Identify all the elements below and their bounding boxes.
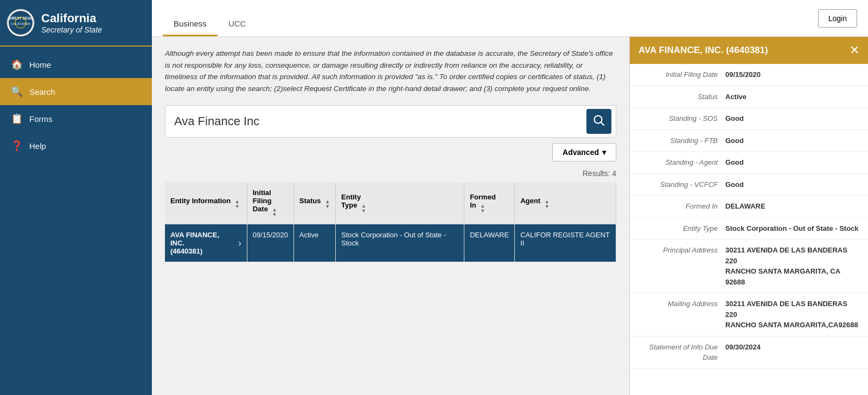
detail-header: AVA FINANCE, INC. (4640381) ✕ — [630, 37, 868, 64]
content-area: Although every attempt has been made to … — [152, 37, 868, 395]
detail-label-standing-sos: Standing - SOS — [639, 113, 725, 124]
sort-filing-icon: ▲▼ — [272, 208, 277, 217]
detail-value-standing-agent: Good — [725, 157, 859, 168]
advanced-row: Advanced ▾ — [165, 143, 616, 161]
row-arrow-icon: › — [238, 238, 241, 248]
advanced-button[interactable]: Advanced ▾ — [552, 143, 616, 161]
topbar: Business UCC Login — [152, 0, 868, 37]
detail-value-filing-date: 09/15/2020 — [725, 69, 859, 80]
sidebar-subtitle: Secretary of State — [41, 25, 102, 34]
search-btn-icon — [593, 114, 605, 129]
detail-close-button[interactable]: ✕ — [850, 44, 859, 56]
search-icon: 🔍 — [11, 86, 23, 98]
tab-ucc[interactable]: UCC — [218, 15, 257, 36]
cell-agent: CALIFOR REGISTE AGENT II — [515, 224, 616, 262]
detail-row-formed-in: Formed In DELAWARE — [630, 196, 868, 218]
sidebar-item-home-label: Home — [29, 60, 51, 69]
tab-business[interactable]: Business — [163, 15, 218, 36]
advanced-chevron-icon: ▾ — [602, 148, 606, 157]
sidebar: GREAT SEAL CALIFORNIA California Secreta… — [0, 0, 152, 395]
help-icon: ❓ — [11, 140, 23, 152]
detail-row-principal-address: Principal Address 30211 AVENIDA DE LAS B… — [630, 239, 868, 293]
login-button[interactable]: Login — [818, 9, 857, 28]
sort-status-icon: ▲▼ — [325, 199, 330, 209]
cell-entity: AVA FINANCE, INC.(4640381) › — [165, 224, 247, 262]
detail-value-entity-type: Stock Corporation - Out of State - Stock — [725, 223, 859, 234]
svg-text:CALIFORNIA: CALIFORNIA — [11, 22, 30, 25]
sidebar-item-help[interactable]: ❓ Help — [0, 132, 152, 159]
sidebar-header: GREAT SEAL CALIFORNIA California Secreta… — [0, 0, 152, 46]
detail-label-standing-agent: Standing - Agent — [639, 157, 725, 168]
col-agent[interactable]: Agent ▲▼ — [515, 182, 616, 224]
detail-value-standing-sos: Good — [725, 113, 859, 124]
cell-entity-type: Stock Corporation - Out of State - Stock — [336, 224, 464, 262]
sidebar-title-block: California Secretary of State — [41, 11, 102, 34]
results-table: Entity Information ▲▼ InitialFilingDate … — [165, 182, 616, 262]
search-button[interactable] — [586, 109, 611, 134]
detail-label-standing-vcfcf: Standing - VCFCF — [639, 179, 725, 190]
detail-row-status: Status Active — [630, 86, 868, 108]
sort-entity-type-icon: ▲▼ — [361, 204, 366, 213]
detail-value-principal-address: 30211 AVENIDA DE LAS BANDERAS 220RANCHO … — [725, 245, 859, 287]
sort-agent-icon: ▲▼ — [545, 199, 550, 209]
disclaimer-text: Although every attempt has been made to … — [165, 48, 616, 94]
detail-label-principal-address: Principal Address — [639, 245, 725, 256]
col-status[interactable]: Status ▲▼ — [293, 182, 335, 224]
col-entity-type[interactable]: EntityType ▲▼ — [336, 182, 464, 224]
table-body: AVA FINANCE, INC.(4640381) › 09/15/2020 … — [165, 224, 616, 262]
detail-row-standing-agent: Standing - Agent Good — [630, 152, 868, 174]
detail-label-entity-type: Entity Type — [639, 223, 725, 234]
search-panel: Although every attempt has been made to … — [152, 37, 629, 395]
detail-value-mailing-address: 30211 AVENIDA DE LAS BANDERAS 220RANCHO … — [725, 299, 859, 331]
entity-cell: AVA FINANCE, INC.(4640381) › — [170, 231, 241, 255]
detail-panel: AVA FINANCE, INC. (4640381) ✕ Initial Fi… — [629, 37, 868, 395]
detail-row-mailing-address: Mailing Address 30211 AVENIDA DE LAS BAN… — [630, 293, 868, 336]
detail-row-stmt-due: Statement of Info Due Date 09/30/2024 — [630, 336, 868, 369]
detail-row-standing-vcfcf: Standing - VCFCF Good — [630, 174, 868, 196]
detail-value-status: Active — [725, 92, 859, 102]
results-count: Results: 4 — [165, 169, 616, 178]
detail-value-standing-vcfcf: Good — [725, 179, 859, 190]
col-formed-in[interactable]: FormedIn ▲▼ — [464, 182, 515, 224]
detail-row-standing-ftb: Standing - FTB Good — [630, 130, 868, 152]
detail-title: AVA FINANCE, INC. (4640381) — [639, 45, 768, 56]
detail-label-status: Status — [639, 92, 725, 102]
sidebar-item-help-label: Help — [29, 141, 46, 151]
col-entity[interactable]: Entity Information ▲▼ — [165, 182, 247, 224]
cell-status: Active — [293, 224, 335, 262]
entity-name: AVA FINANCE, INC.(4640381) — [170, 231, 235, 255]
sidebar-item-forms-label: Forms — [29, 114, 53, 124]
detail-fields: Initial Filing Date 09/15/2020 Status Ac… — [630, 64, 868, 369]
table-head: Entity Information ▲▼ InitialFilingDate … — [165, 182, 616, 224]
detail-row-entity-type: Entity Type Stock Corporation - Out of S… — [630, 218, 868, 240]
sidebar-title: California — [41, 11, 102, 25]
sidebar-item-home[interactable]: 🏠 Home — [0, 51, 152, 78]
sidebar-nav: 🏠 Home 🔍 Search 📋 Forms ❓ Help — [0, 51, 152, 159]
sidebar-divider — [0, 46, 152, 47]
sidebar-item-search-label: Search — [29, 87, 55, 96]
detail-value-stmt-due: 09/30/2024 — [725, 342, 859, 353]
search-box — [165, 105, 616, 138]
cell-formed-in: DELAWARE — [464, 224, 515, 262]
home-icon: 🏠 — [11, 59, 23, 70]
detail-value-standing-ftb: Good — [725, 135, 859, 146]
detail-row-standing-sos: Standing - SOS Good — [630, 108, 868, 130]
advanced-label: Advanced — [563, 148, 599, 157]
sidebar-item-forms[interactable]: 📋 Forms — [0, 105, 152, 132]
cell-filing-date: 09/15/2020 — [247, 224, 293, 262]
sort-entity-icon: ▲▼ — [235, 199, 240, 209]
sidebar-logo: GREAT SEAL CALIFORNIA — [7, 9, 35, 37]
table-row[interactable]: AVA FINANCE, INC.(4640381) › 09/15/2020 … — [165, 224, 616, 262]
detail-value-formed-in: DELAWARE — [725, 201, 859, 212]
sidebar-item-search[interactable]: 🔍 Search — [0, 78, 152, 105]
col-filing-date[interactable]: InitialFilingDate ▲▼ — [247, 182, 293, 224]
search-input[interactable] — [170, 112, 586, 131]
detail-label-mailing-address: Mailing Address — [639, 299, 725, 309]
tabs: Business UCC — [163, 0, 257, 36]
detail-label-filing-date: Initial Filing Date — [639, 69, 725, 80]
detail-label-formed-in: Formed In — [639, 201, 725, 212]
svg-line-6 — [601, 122, 604, 125]
forms-icon: 📋 — [11, 113, 23, 125]
detail-label-standing-ftb: Standing - FTB — [639, 135, 725, 146]
table-header-row: Entity Information ▲▼ InitialFilingDate … — [165, 182, 616, 224]
